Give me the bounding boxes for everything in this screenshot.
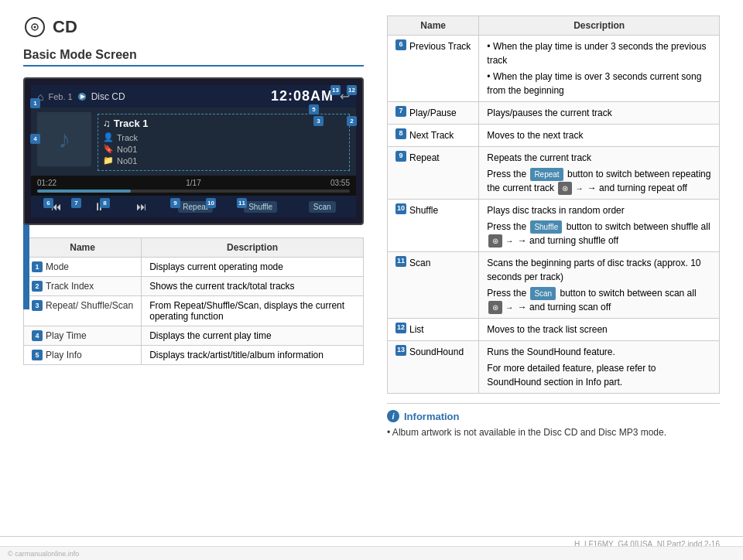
left-info-table: Name Description 1ModeDisplays current o… (23, 237, 364, 365)
left-table-cell-desc: Displays current operating mode (142, 258, 364, 277)
left-table-cell-desc: From Repeat/Shuffle/Scan, displays the c… (142, 296, 364, 326)
topbar-left: ⌂ Feb. 1 Disc CD (37, 90, 125, 103)
right-table-row: 9RepeatRepeats the current trackPress th… (388, 147, 720, 200)
right-table-row: 7Play/PausePlays/pauses the current trac… (388, 102, 720, 125)
right-table-cell-desc: Plays/pauses the current track (479, 102, 720, 125)
info-content: • Album artwork is not available in the … (387, 427, 720, 438)
badge-4: 4 (30, 134, 40, 144)
shuffle-label: Shuffle (244, 201, 277, 213)
left-table-cell-desc: Shows the current track/total tracks (142, 277, 364, 296)
left-table-row: 1ModeDisplays current operating mode (24, 258, 364, 277)
screen-content: ♪ ♫ Track 1 👤 Track (31, 108, 356, 176)
right-table-cell-name: 13SoundHound (388, 341, 479, 394)
right-table-cell-name: 6Previous Track (388, 36, 479, 102)
folder-icon: 📁 (103, 155, 114, 166)
badge-2: 2 (347, 116, 357, 126)
right-table-cell-name: 7Play/Pause (388, 102, 479, 125)
right-table-cell-desc: Plays disc tracks in random orderPress t… (479, 200, 720, 252)
track-sub2: No01 (117, 145, 137, 154)
scan-label: Scan (309, 201, 336, 213)
music-note-icon: ♪ (58, 125, 70, 154)
watermark-bottom: © carmanualonline.info (8, 550, 79, 558)
page-container: CD Basic Mode Screen ⌂ Feb. 1 (0, 0, 743, 453)
badge-12: 12 (347, 85, 357, 95)
right-table-cell-desc: Repeats the current trackPress the Repea… (479, 147, 720, 200)
left-table-row: 2Track IndexShows the current track/tota… (24, 277, 364, 296)
right-table-row: 10ShufflePlays disc tracks in random ord… (388, 200, 720, 252)
cd-icon (23, 15, 46, 39)
left-col-header-name: Name (24, 238, 142, 258)
cd-title: CD (23, 15, 364, 39)
badge-3: 3 (313, 116, 324, 126)
right-table-cell-name: 10Shuffle (388, 200, 479, 252)
right-table-cell-name: 11Scan (388, 252, 479, 319)
track-info-box: ♫ Track 1 👤 Track 🔖 No01 (98, 114, 350, 171)
badge-10: 10 (206, 198, 216, 208)
track-name-row: ♫ Track 1 (103, 118, 344, 129)
right-col-header-desc: Description (479, 16, 720, 36)
tag-icon: 🔖 (103, 144, 114, 154)
info-icon: i (387, 410, 399, 422)
time-elapsed: 01:22 (37, 179, 56, 187)
time-display: 12:08AM (271, 88, 334, 104)
badge-6: 6 (43, 198, 53, 208)
left-table-cell-name: 1Mode (24, 258, 142, 277)
progress-bar-track[interactable] (37, 190, 350, 193)
cd-label: CD (53, 17, 77, 37)
left-table-row: 3Repeat/ Shuffle/ScanFrom Repeat/Shuffle… (24, 296, 364, 326)
badge-11: 11 (237, 198, 247, 208)
left-table-cell-name: 5Play Info (24, 346, 142, 365)
track-detail-2: 🔖 No01 (103, 144, 344, 154)
right-info-table: Name Description 6Previous Track• When t… (387, 15, 720, 394)
badge-9: 9 (170, 198, 180, 208)
footer-bottom-bar: © carmanualonline.info (0, 546, 743, 560)
right-table-row: 8Next TrackMoves to the next track (388, 125, 720, 147)
badge-13: 13 (330, 85, 341, 95)
left-table-cell-name: 3Repeat/ Shuffle/Scan (24, 296, 142, 326)
screen-progress: 01:22 1/17 03:55 (31, 176, 356, 196)
time-total: 03:55 (330, 179, 350, 187)
right-col-header-name: Name (388, 16, 479, 36)
right-column: Name Description 6Previous Track• When t… (387, 15, 720, 438)
left-table-row: 4Play TimeDisplays the current play time (24, 326, 364, 346)
album-art: ♪ (37, 112, 91, 166)
left-col-header-desc: Description (142, 238, 364, 258)
left-table-cell-desc: Displays the current play time (142, 326, 364, 346)
right-table-cell-desc: Runs the SoundHound feature.For more det… (479, 341, 720, 394)
info-box: i Information • Album artwork is not ava… (387, 403, 720, 438)
screen-topbar: ⌂ Feb. 1 Disc CD 12:08AM (31, 85, 356, 108)
left-table-row: 5Play InfoDisplays track/artist/title/al… (24, 346, 364, 365)
right-table-cell-name: 9Repeat (388, 147, 479, 200)
next-next-button[interactable]: ⏭ (133, 199, 150, 214)
right-table-cell-desc: Moves to the track list screen (479, 319, 720, 341)
track-detail-1: 👤 Track (103, 132, 344, 142)
track-sub3: No01 (117, 156, 137, 166)
right-table-row: 11ScanScans the beginning parts of disc … (388, 252, 720, 319)
track-sub1: Track (117, 133, 138, 142)
track-detail-3: 📁 No01 (103, 155, 344, 166)
info-title: i Information (387, 410, 720, 422)
badge-1: 1 (30, 98, 40, 108)
badge-5: 5 (309, 104, 319, 114)
right-table-cell-desc: • When the play time is under 3 seconds … (479, 36, 720, 102)
next-next-icon: ⏭ (136, 200, 147, 213)
badge-8: 8 (100, 198, 110, 208)
music-icon: ♫ (103, 118, 111, 129)
right-table-cell-name: 12List (388, 319, 479, 341)
right-table-cell-name: 8Next Track (388, 125, 479, 147)
right-table-row: 13SoundHoundRuns the SoundHound feature.… (388, 341, 720, 394)
left-table-cell-name: 4Play Time (24, 326, 142, 346)
screen-mockup: ⌂ Feb. 1 Disc CD 12:08AM (23, 77, 364, 225)
right-table-row: 12ListMoves to the track list screen (388, 319, 720, 341)
track-name-text: Track 1 (114, 118, 149, 129)
date-display: Feb. 1 (48, 92, 72, 101)
progress-times: 01:22 1/17 03:55 (37, 179, 350, 187)
left-column: CD Basic Mode Screen ⌂ Feb. 1 (23, 15, 364, 438)
person-icon: 👤 (103, 132, 114, 142)
scan-button[interactable]: Scan (306, 200, 339, 214)
section-title: Basic Mode Screen (23, 48, 364, 67)
right-table-cell-desc: Scans the beginning parts of disc tracks… (479, 252, 720, 319)
badge-7: 7 (71, 198, 81, 208)
left-table-cell-desc: Displays track/artist/title/album inform… (142, 346, 364, 365)
mode-label: Disc CD (91, 91, 125, 102)
